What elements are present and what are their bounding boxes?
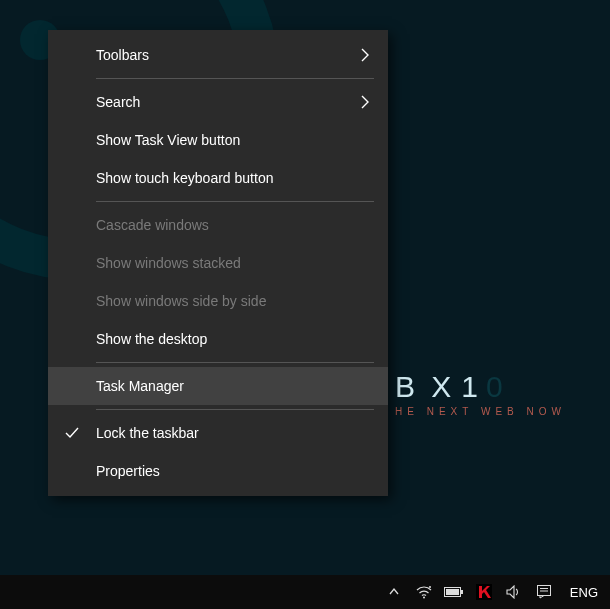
check-icon — [64, 425, 96, 441]
brand-digit-1: 1 — [461, 370, 482, 404]
menu-item-touch-kb-btn[interactable]: Show touch keyboard button — [48, 159, 388, 197]
menu-separator — [96, 78, 374, 79]
menu-item-label: Show windows side by side — [96, 293, 372, 309]
chevron-right-icon — [360, 95, 370, 109]
svg-point-1 — [423, 597, 425, 599]
menu-item-toolbars[interactable]: Toolbars — [48, 36, 388, 74]
svg-rect-3 — [461, 590, 463, 594]
menu-item-label: Lock the taskbar — [96, 425, 372, 441]
menu-separator — [96, 201, 374, 202]
network-icon[interactable] — [414, 582, 434, 602]
kaspersky-icon[interactable] — [474, 582, 494, 602]
menu-item-properties[interactable]: Properties — [48, 452, 388, 490]
chevron-right-icon — [360, 48, 370, 62]
battery-icon[interactable] — [444, 582, 464, 602]
menu-item-label: Show Task View button — [96, 132, 372, 148]
tray-overflow-icon[interactable] — [384, 582, 404, 602]
menu-item-label: Show the desktop — [96, 331, 372, 347]
menu-separator — [96, 362, 374, 363]
taskbar[interactable]: ENG — [0, 575, 610, 609]
brand-digit-0: 0 — [486, 370, 507, 404]
menu-item-stacked: Show windows stacked — [48, 244, 388, 282]
svg-rect-4 — [446, 589, 459, 595]
menu-item-lock-tb[interactable]: Lock the taskbar — [48, 414, 388, 452]
menu-item-label: Toolbars — [96, 47, 372, 63]
menu-item-label: Task Manager — [96, 378, 372, 394]
volume-icon[interactable] — [504, 582, 524, 602]
taskbar-context-menu: ToolbarsSearchShow Task View buttonShow … — [48, 30, 388, 496]
menu-item-cascade: Cascade windows — [48, 206, 388, 244]
menu-item-show-desk[interactable]: Show the desktop — [48, 320, 388, 358]
system-tray: ENG — [384, 582, 604, 602]
menu-item-search[interactable]: Search — [48, 83, 388, 121]
menu-item-task-view-btn[interactable]: Show Task View button — [48, 121, 388, 159]
menu-item-label: Cascade windows — [96, 217, 372, 233]
action-center-icon[interactable] — [534, 582, 554, 602]
menu-item-sidebyside: Show windows side by side — [48, 282, 388, 320]
menu-separator — [96, 409, 374, 410]
brand-tagline: HE NEXT WEB NOW — [395, 406, 566, 417]
brand-name: B X — [395, 370, 455, 404]
menu-item-label: Properties — [96, 463, 372, 479]
menu-item-label: Show windows stacked — [96, 255, 372, 271]
menu-item-label: Search — [96, 94, 372, 110]
menu-item-label: Show touch keyboard button — [96, 170, 372, 186]
wallpaper-brand: B X 1 0 HE NEXT WEB NOW — [395, 370, 566, 417]
menu-item-task-mgr[interactable]: Task Manager — [48, 367, 388, 405]
language-indicator[interactable]: ENG — [564, 585, 604, 600]
svg-point-0 — [429, 586, 431, 588]
